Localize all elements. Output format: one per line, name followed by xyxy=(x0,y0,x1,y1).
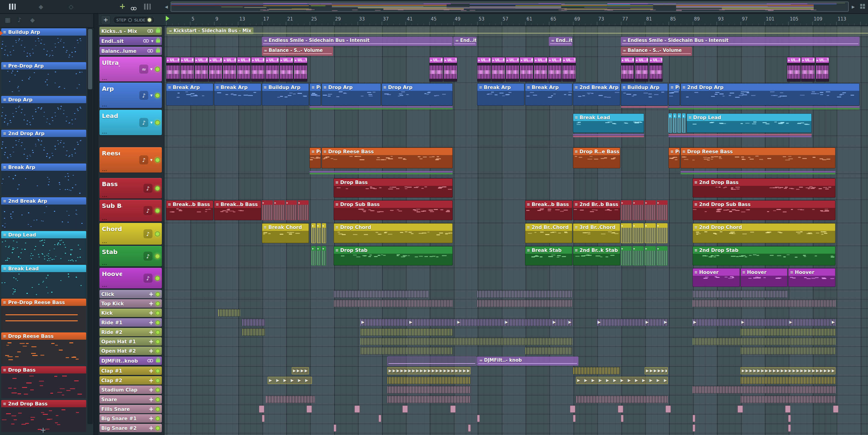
track-row-stadium[interactable]: Stadium Clap xyxy=(99,385,162,394)
clip-automation[interactable]: ∞End..it xyxy=(549,37,572,46)
mute-led[interactable] xyxy=(156,369,160,373)
pattern-item[interactable]: ≡Drop Arp xyxy=(1,96,86,128)
channel-cross-icon[interactable] xyxy=(149,407,153,411)
clip-automation[interactable]: ∞Endless Smile - Sidechain Bus - Intensi… xyxy=(262,37,453,46)
add-pattern-button[interactable]: + xyxy=(0,426,86,434)
clip-percussion[interactable] xyxy=(334,290,429,298)
clip-percussion[interactable] xyxy=(741,347,836,354)
mute-led[interactable] xyxy=(156,349,160,353)
clip-hit[interactable] xyxy=(259,405,264,413)
channel-cross-icon[interactable] xyxy=(149,302,153,306)
clip-pattern[interactable]: ≡2nd Drop Chord xyxy=(692,223,835,243)
move-tool-icon[interactable] xyxy=(120,4,125,9)
mute-led[interactable] xyxy=(155,231,160,236)
channel-cross-icon[interactable] xyxy=(149,388,153,392)
clip-overlay-strip[interactable] xyxy=(573,136,644,137)
note-icon[interactable]: ♪ xyxy=(144,206,153,215)
mute-led[interactable] xyxy=(156,339,160,344)
pattern-item[interactable]: ≡Pre-Drop Arp xyxy=(1,62,86,95)
clip-percussion[interactable] xyxy=(361,347,453,354)
track-row-fills[interactable]: Fills Snare xyxy=(99,405,162,413)
clip-hit[interactable] xyxy=(262,415,265,422)
lock-icon[interactable] xyxy=(156,50,160,53)
clip-audio[interactable]: ▸UL..ET xyxy=(520,57,533,82)
clip-pattern[interactable]: ≡Break Arp xyxy=(525,83,572,106)
clip-mini-segment[interactable]: ▸ xyxy=(673,113,677,133)
note-icon[interactable]: ♪ xyxy=(139,118,148,127)
channel-cross-icon[interactable] xyxy=(149,321,153,325)
clip-hit[interactable] xyxy=(402,405,408,413)
clip-mini-segment[interactable]: ▸ xyxy=(645,246,656,265)
clip-pattern[interactable]: ≡2nd Drop Bass xyxy=(692,178,835,198)
clip-mini-segment[interactable]: ▸ xyxy=(311,246,315,265)
clip-hit[interactable] xyxy=(788,415,791,422)
pattern-item[interactable]: ≡Break Arp xyxy=(1,164,86,196)
mute-led[interactable] xyxy=(156,330,160,335)
track-row-lead[interactable]: Lead...♪▾ xyxy=(99,110,162,135)
clip-percussion-arrows[interactable]: ▶▶▶▶▶▶ xyxy=(645,367,668,374)
clip-percussion[interactable] xyxy=(387,377,470,384)
clip-pattern[interactable]: ≡2nd Drop Arp xyxy=(681,83,860,106)
channel-cross-icon[interactable] xyxy=(149,379,153,382)
clip-mini-segment[interactable]: ▸ xyxy=(657,223,668,243)
channel-cross-icon[interactable] xyxy=(149,349,153,353)
step-slide-toggle[interactable]: STEP SLIDE xyxy=(113,16,155,24)
clip-mini-segment[interactable]: ▸ xyxy=(657,246,668,265)
clip-percussion[interactable] xyxy=(692,290,788,298)
clip-hit[interactable] xyxy=(378,415,381,422)
clip-overlay-strip[interactable] xyxy=(310,108,453,110)
picker-filter-icon[interactable]: ◆ xyxy=(30,16,35,24)
lock-icon[interactable] xyxy=(156,30,160,33)
clip-overlay-strip[interactable] xyxy=(621,106,668,108)
clip-hit[interactable] xyxy=(573,415,576,422)
clip-percussion[interactable] xyxy=(361,338,572,345)
clip-audio[interactable]: ▸UL..ET xyxy=(194,57,208,82)
clip-percussion[interactable] xyxy=(334,300,453,307)
clip-audio[interactable]: ▸UL..ET xyxy=(209,57,222,82)
clip-audio[interactable]: ▸UL..ET xyxy=(251,57,265,82)
clip-hit[interactable] xyxy=(785,405,790,413)
clip-pattern[interactable]: ≡Drop Stab xyxy=(334,246,453,265)
clip-hit[interactable] xyxy=(570,405,575,413)
mute-led[interactable] xyxy=(156,311,160,315)
clip-percussion[interactable] xyxy=(477,300,572,307)
clip-percussion-arrows[interactable]: ▶▶▶▶▶▶▶▶▶▶▶▶▶▶▶▶▶▶▶▶▶▶ xyxy=(387,367,470,374)
mute-led[interactable] xyxy=(155,157,160,163)
mute-led[interactable] xyxy=(155,120,160,125)
clip-percussion[interactable] xyxy=(741,377,836,384)
clip-audio[interactable]: ▸UL..ET xyxy=(166,57,180,82)
clip-pattern[interactable]: ≡Break Lead xyxy=(573,113,644,133)
clip-pattern[interactable]: ≡Pr..ss xyxy=(669,147,680,168)
clip-overlay-strip[interactable] xyxy=(310,173,453,174)
clip-automation[interactable]: ∞Balance - S..- Volume xyxy=(621,47,692,56)
clip-audio[interactable]: ▸UL..ET xyxy=(787,57,801,82)
clip-audio[interactable]: ▸UL..T xyxy=(649,57,663,82)
pattern-item[interactable]: ≡Drop Reese Bass xyxy=(1,332,86,365)
clip-hit[interactable] xyxy=(450,405,456,413)
clip-mini-segment[interactable]: ▸ xyxy=(657,200,668,220)
pattern-item[interactable]: ≡Drop Bass xyxy=(1,366,86,399)
clip-pattern[interactable]: ≡Break..b Bass xyxy=(214,200,261,220)
clip-percussion[interactable] xyxy=(242,328,265,336)
clip-pattern[interactable]: ≡2nd Br..k Stab xyxy=(573,246,620,265)
clip-pattern[interactable]: ≡Break Arp xyxy=(166,83,213,106)
pattern-picker-icon[interactable] xyxy=(9,4,16,10)
clip-overlay-strip[interactable] xyxy=(669,108,859,110)
clip-percussion[interactable] xyxy=(741,396,836,403)
track-stack-icon[interactable] xyxy=(144,4,151,10)
clip-mini-segment[interactable]: ▸ xyxy=(645,200,656,220)
track-row-topkick[interactable]: Top Kick xyxy=(99,299,162,308)
clip-hit[interactable] xyxy=(833,405,838,413)
track-row-stab[interactable]: Stab...♪ xyxy=(99,246,162,266)
mute-led[interactable] xyxy=(155,276,160,281)
track-row-snare[interactable]: Snare xyxy=(99,395,162,404)
note-icon[interactable]: ♪ xyxy=(144,273,153,283)
clip-pattern[interactable]: ≡Drop Sub Bass xyxy=(334,200,453,220)
clip-overlay-strip[interactable] xyxy=(681,173,835,174)
mute-led[interactable] xyxy=(156,301,160,306)
clip-hit[interactable] xyxy=(665,405,671,413)
clip-audio[interactable]: ▸UL..ET xyxy=(180,57,194,82)
clip-percussion[interactable] xyxy=(477,290,572,298)
track-row-clap1[interactable]: Clap #1 xyxy=(99,367,162,375)
note-icon[interactable]: ♪ xyxy=(139,91,148,100)
